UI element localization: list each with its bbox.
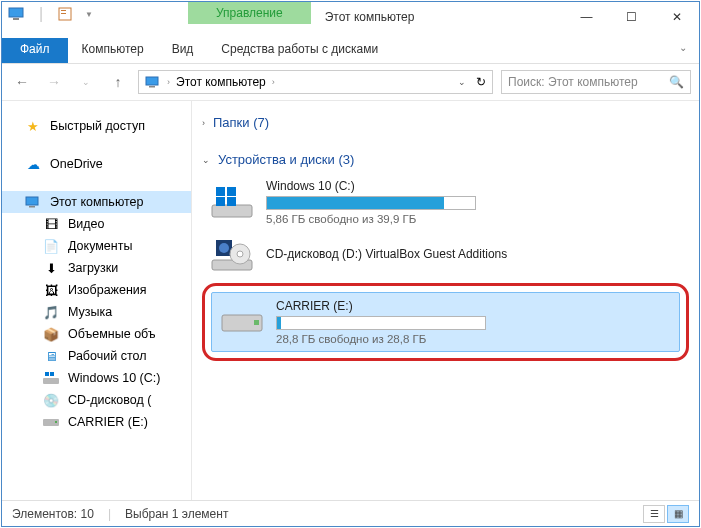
nav-drive-d[interactable]: 💿 CD-дисковод (	[2, 389, 191, 411]
up-button[interactable]: ↑	[106, 70, 130, 94]
tab-view[interactable]: Вид	[158, 38, 208, 63]
nav-drive-c[interactable]: Windows 10 (C:)	[2, 367, 191, 389]
nav-label: Изображения	[68, 283, 147, 297]
cube-icon: 📦	[42, 326, 60, 342]
svg-rect-5	[146, 77, 158, 85]
disc-drive-icon	[210, 237, 254, 273]
svg-rect-16	[227, 187, 236, 196]
folders-group-header[interactable]: › Папки (7)	[202, 109, 689, 136]
forward-button[interactable]: →	[42, 70, 66, 94]
svg-rect-7	[26, 197, 38, 205]
nav-label: Windows 10 (C:)	[68, 371, 160, 385]
content-area[interactable]: › Папки (7) ⌄ Устройства и диски (3) Win…	[192, 101, 699, 500]
nav-3d-objects[interactable]: 📦 Объемные объ	[2, 323, 191, 345]
qat-separator: |	[32, 6, 50, 22]
svg-rect-1	[13, 18, 19, 20]
view-mode-toggle: ☰ ▦	[643, 505, 689, 523]
drive-usage-bar	[276, 316, 486, 330]
file-tab[interactable]: Файл	[2, 38, 68, 63]
nav-documents[interactable]: 📄 Документы	[2, 235, 191, 257]
address-dropdown-icon[interactable]: ⌄	[458, 77, 466, 87]
properties-icon[interactable]	[56, 6, 74, 22]
nav-this-pc[interactable]: Этот компьютер	[2, 191, 191, 213]
nav-onedrive[interactable]: ☁ OneDrive	[2, 153, 191, 175]
nav-label: Видео	[68, 217, 105, 231]
tiles-view-button[interactable]: ▦	[667, 505, 689, 523]
svg-rect-25	[254, 320, 259, 325]
nav-label: Быстрый доступ	[50, 119, 145, 133]
nav-label: CD-дисковод (	[68, 393, 151, 407]
search-input[interactable]: Поиск: Этот компьютер 🔍	[501, 70, 691, 94]
drive-info: CARRIER (E:) 28,8 ГБ свободно из 28,8 ГБ	[276, 299, 671, 345]
chevron-right-icon: ›	[167, 77, 170, 87]
drive-item-d[interactable]: CD-дисковод (D:) VirtualBox Guest Additi…	[202, 231, 689, 279]
svg-rect-14	[212, 205, 252, 217]
details-view-button[interactable]: ☰	[643, 505, 665, 523]
body: ★ Быстрый доступ ☁ OneDrive Этот компьют…	[2, 101, 699, 500]
minimize-button[interactable]: —	[564, 2, 609, 32]
close-button[interactable]: ✕	[654, 2, 699, 32]
svg-point-21	[219, 243, 229, 253]
ribbon-tabs: Файл Компьютер Вид Средства работы с дис…	[2, 38, 699, 64]
breadcrumb-this-pc[interactable]: Этот компьютер	[176, 75, 266, 89]
maximize-button[interactable]: ☐	[609, 2, 654, 32]
back-button[interactable]: ←	[10, 70, 34, 94]
svg-rect-6	[149, 86, 155, 88]
chevron-down-icon: ⌄	[202, 155, 210, 165]
svg-rect-4	[61, 13, 66, 14]
drive-item-c[interactable]: Windows 10 (C:) 5,86 ГБ свободно из 39,9…	[202, 173, 689, 231]
pictures-icon: 🖼	[42, 282, 60, 298]
desktop-icon: 🖥	[42, 348, 60, 364]
cloud-icon: ☁	[24, 156, 42, 172]
drive-usage-bar	[266, 196, 476, 210]
nav-downloads[interactable]: ⬇ Загрузки	[2, 257, 191, 279]
svg-rect-8	[29, 206, 35, 208]
nav-label: OneDrive	[50, 157, 103, 171]
svg-rect-0	[9, 8, 23, 17]
svg-rect-11	[50, 372, 54, 376]
svg-rect-17	[216, 197, 225, 206]
group-label: Папки (7)	[213, 115, 269, 130]
tab-computer[interactable]: Компьютер	[68, 38, 158, 63]
monitor-icon	[24, 194, 42, 210]
nav-pictures[interactable]: 🖼 Изображения	[2, 279, 191, 301]
titlebar: | ▼ Управление Этот компьютер — ☐ ✕	[2, 2, 699, 38]
drive-free-text: 5,86 ГБ свободно из 39,9 ГБ	[266, 213, 681, 225]
nav-music[interactable]: 🎵 Музыка	[2, 301, 191, 323]
recent-dropdown[interactable]: ⌄	[74, 70, 98, 94]
svg-rect-18	[227, 197, 236, 206]
nav-desktop[interactable]: 🖥 Рабочий стол	[2, 345, 191, 367]
chevron-right-icon[interactable]: ›	[272, 77, 275, 87]
svg-rect-15	[216, 187, 225, 196]
drive-name: Windows 10 (C:)	[266, 179, 681, 193]
address-bar-row: ← → ⌄ ↑ › Этот компьютер › ⌄ ↻ Поиск: Эт…	[2, 64, 699, 101]
window-controls: — ☐ ✕	[564, 2, 699, 32]
status-bar: Элементов: 10 | Выбран 1 элемент ☰ ▦	[2, 500, 699, 526]
nav-videos[interactable]: 🎞 Видео	[2, 213, 191, 235]
nav-label: Документы	[68, 239, 132, 253]
quick-access-toolbar: | ▼	[2, 2, 104, 26]
highlight-annotation: CARRIER (E:) 28,8 ГБ свободно из 28,8 ГБ	[202, 283, 689, 361]
window-title: Этот компьютер	[311, 2, 429, 32]
nav-label: Музыка	[68, 305, 112, 319]
search-placeholder: Поиск: Этот компьютер	[508, 75, 638, 89]
chevron-right-icon: ›	[202, 118, 205, 128]
nav-quick-access[interactable]: ★ Быстрый доступ	[2, 115, 191, 137]
monitor-icon	[145, 76, 161, 88]
devices-group-header[interactable]: ⌄ Устройства и диски (3)	[202, 146, 689, 173]
drive-icon	[210, 184, 254, 220]
drive-name: CARRIER (E:)	[276, 299, 671, 313]
search-icon: 🔍	[669, 75, 684, 89]
tab-drive-tools[interactable]: Средства работы с дисками	[207, 38, 392, 63]
star-icon: ★	[24, 118, 42, 134]
qat-dropdown-icon[interactable]: ▼	[80, 6, 98, 22]
drive-item-e[interactable]: CARRIER (E:) 28,8 ГБ свободно из 28,8 ГБ	[211, 292, 680, 352]
refresh-icon[interactable]: ↻	[476, 75, 486, 89]
ribbon-expand-icon[interactable]: ⌄	[667, 38, 699, 63]
nav-drive-e[interactable]: CARRIER (E:)	[2, 411, 191, 433]
navigation-pane[interactable]: ★ Быстрый доступ ☁ OneDrive Этот компьют…	[2, 101, 192, 500]
address-bar[interactable]: › Этот компьютер › ⌄ ↻	[138, 70, 493, 94]
drive-info: Windows 10 (C:) 5,86 ГБ свободно из 39,9…	[266, 179, 681, 225]
drive-info: CD-дисковод (D:) VirtualBox Guest Additi…	[266, 247, 681, 264]
disc-icon: 💿	[42, 392, 60, 408]
